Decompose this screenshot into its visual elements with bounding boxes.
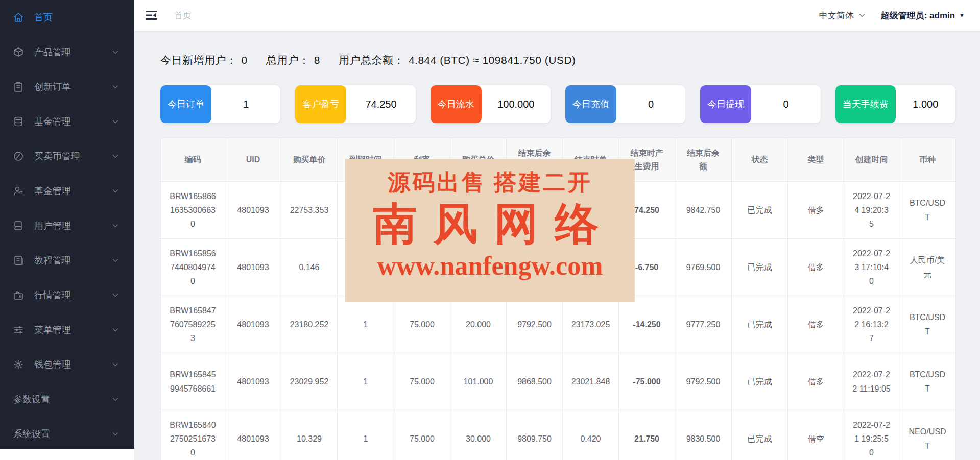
sidebar-item-label: 基金管理 bbox=[34, 115, 71, 128]
stat-card: 当天手续费 1.000 bbox=[835, 85, 955, 123]
sidebar-item-3[interactable]: 基金管理 bbox=[0, 104, 134, 139]
cell: 23021.848 bbox=[563, 353, 619, 410]
cell: 2022-07-21 19:25:50 bbox=[844, 410, 899, 460]
sidebar-item-label: 钱包管理 bbox=[34, 358, 71, 371]
sidebar-item-11[interactable]: 参数设置 bbox=[0, 382, 134, 417]
cell: 75.000 bbox=[394, 353, 450, 410]
card-label: 客户盈亏 bbox=[295, 85, 346, 123]
cell: 101.000 bbox=[450, 353, 507, 410]
cell: 借多 bbox=[788, 182, 844, 239]
sidebar-item-label: 首页 bbox=[34, 11, 53, 23]
cell: 9769.500 bbox=[675, 239, 732, 296]
card-value: 100.000 bbox=[482, 85, 551, 123]
chevron-down-icon bbox=[112, 154, 119, 159]
main-content: 今日新增用户：0总用户：8用户总余额：4.844 (BTC) ≈ 109841.… bbox=[134, 31, 980, 460]
chevron-down-icon bbox=[112, 362, 119, 367]
sidebar-item-9[interactable]: 菜单管理 bbox=[0, 312, 134, 347]
cell: 4801093 bbox=[225, 182, 281, 239]
card-value: 1 bbox=[211, 85, 280, 123]
user-menu[interactable]: 超级管理员: admin ▼ bbox=[881, 10, 965, 21]
stat-card: 客户盈亏 74.250 bbox=[295, 85, 415, 123]
cell: 9792.500 bbox=[507, 296, 563, 353]
sidebar-item-label: 行情管理 bbox=[34, 289, 71, 301]
sidebar-item-8[interactable]: 行情管理 bbox=[0, 278, 134, 312]
column-header: 创建时间 bbox=[844, 138, 899, 182]
stat-item: 用户总余额：4.844 (BTC) ≈ 109841.750 (USD) bbox=[339, 54, 576, 66]
chevron-down-icon bbox=[858, 13, 866, 18]
cell: 借空 bbox=[788, 410, 844, 460]
sidebar-item-2[interactable]: 创新订单 bbox=[0, 69, 134, 104]
cell: BRW1658459945768661 bbox=[161, 353, 225, 410]
breadcrumb[interactable]: 首页 bbox=[174, 10, 192, 21]
cell: BRW16585674408049740 bbox=[161, 239, 225, 296]
stat-value: 4.844 (BTC) ≈ 109841.750 (USD) bbox=[409, 54, 576, 66]
language-selector[interactable]: 中文简体 bbox=[819, 10, 866, 21]
cell: 2022-07-22 11:19:05 bbox=[844, 353, 899, 410]
sidebar-item-5[interactable]: 基金管理 bbox=[0, 174, 134, 208]
column-header: 结束后余额 bbox=[675, 138, 732, 182]
cell: 借多 bbox=[788, 239, 844, 296]
sidebar-item-label: 创新订单 bbox=[34, 81, 71, 93]
cell: 9868.500 bbox=[507, 353, 563, 410]
cell: 4801093 bbox=[225, 296, 281, 353]
cell: 9792.500 bbox=[675, 353, 732, 410]
cell: 0.146 bbox=[281, 239, 338, 296]
cell: 已完成 bbox=[732, 410, 788, 460]
cell: BRW16584027502516730 bbox=[161, 410, 225, 460]
sidebar-item-label: 教程管理 bbox=[34, 254, 71, 267]
sidebar-item-4[interactable]: 买卖币管理 bbox=[0, 139, 134, 174]
cell: NEO/USDT bbox=[899, 410, 956, 460]
chevron-down-icon bbox=[112, 188, 119, 193]
column-header: UID bbox=[225, 138, 281, 182]
sidebar-item-label: 产品管理 bbox=[34, 46, 71, 58]
cell: 4801093 bbox=[225, 239, 281, 296]
cell: 已完成 bbox=[732, 296, 788, 353]
stat-item: 今日新增用户：0 bbox=[160, 54, 248, 66]
cell: 9809.750 bbox=[507, 410, 563, 460]
page-bottom-strip bbox=[0, 449, 134, 460]
cell: 4801093 bbox=[225, 410, 281, 460]
watermark-url: www.nanfengw.com bbox=[345, 253, 635, 279]
table-row: BRW1658459945768661480109323029.952175.0… bbox=[161, 353, 956, 410]
cell: 21.750 bbox=[619, 410, 675, 460]
sidebar-item-label: 买卖币管理 bbox=[34, 150, 80, 162]
table-row: BRW16584776075892253480109323180.252175.… bbox=[161, 296, 956, 353]
stat-card: 今日订单 1 bbox=[160, 85, 280, 123]
sidebar-item-12[interactable]: 系统设置 bbox=[0, 417, 134, 449]
card-value: 0 bbox=[751, 85, 820, 123]
stat-label: 今日新增用户： bbox=[160, 54, 237, 66]
cell: BTC/USDT bbox=[899, 353, 956, 410]
cell: 20.000 bbox=[450, 296, 507, 353]
column-header: 购买单价 bbox=[281, 138, 338, 182]
cell: 22753.353 bbox=[281, 182, 338, 239]
cell: 23173.025 bbox=[563, 296, 619, 353]
stat-label: 用户总余额： bbox=[339, 54, 404, 66]
sidebar-item-1[interactable]: 产品管理 bbox=[0, 35, 134, 69]
cell: BRW16586616353006630 bbox=[161, 182, 225, 239]
stat-value: 0 bbox=[242, 54, 248, 66]
caret-down-icon: ▼ bbox=[959, 12, 965, 18]
edit-circle-icon bbox=[13, 151, 24, 162]
chevron-down-icon bbox=[112, 223, 119, 228]
stat-card: 今日充值 0 bbox=[565, 85, 685, 123]
stat-item: 总用户：8 bbox=[266, 54, 320, 66]
sidebar-item-label: 基金管理 bbox=[34, 185, 71, 197]
sidebar: 首页产品管理创新订单基金管理买卖币管理基金管理用户管理教程管理行情管理菜单管理钱… bbox=[0, 0, 134, 449]
card-label: 今日充值 bbox=[565, 85, 616, 123]
chevron-down-icon bbox=[112, 397, 119, 402]
cell: 借多 bbox=[788, 353, 844, 410]
cell: 75.000 bbox=[394, 296, 450, 353]
sidebar-item-label: 系统设置 bbox=[13, 428, 50, 440]
table-row: BRW16584027502516730480109310.329175.000… bbox=[161, 410, 956, 460]
sidebar-item-6[interactable]: 用户管理 bbox=[0, 208, 134, 243]
sidebar-item-0[interactable]: 首页 bbox=[0, 0, 134, 35]
sidebar-collapse-button[interactable] bbox=[145, 9, 158, 22]
chevron-down-icon bbox=[112, 50, 119, 55]
chevron-down-icon bbox=[112, 327, 119, 332]
watermark-line1: 源码出售 搭建二开 bbox=[345, 171, 635, 193]
cell: 9777.250 bbox=[675, 296, 732, 353]
cell: 已完成 bbox=[732, 182, 788, 239]
sidebar-item-7[interactable]: 教程管理 bbox=[0, 243, 134, 278]
sidebar-item-label: 菜单管理 bbox=[34, 324, 71, 336]
sidebar-item-10[interactable]: 钱包管理 bbox=[0, 347, 134, 382]
